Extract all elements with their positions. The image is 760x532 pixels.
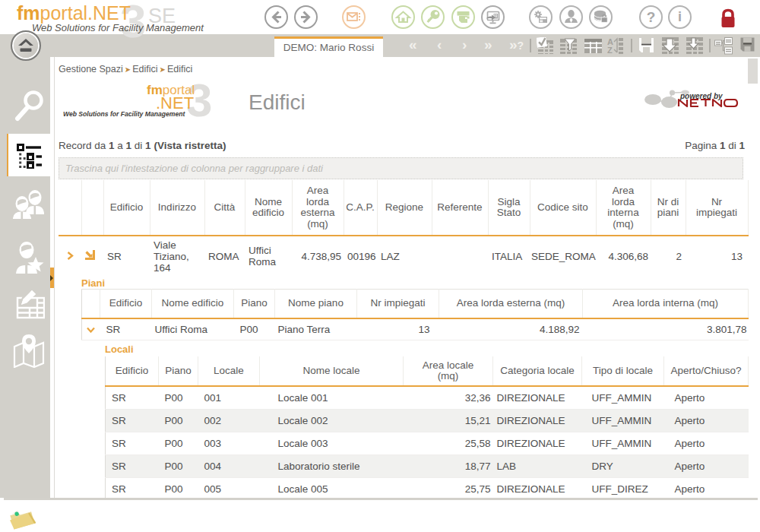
svg-text:powered by: powered by bbox=[679, 92, 723, 100]
svg-text:Z: Z bbox=[607, 46, 613, 54]
